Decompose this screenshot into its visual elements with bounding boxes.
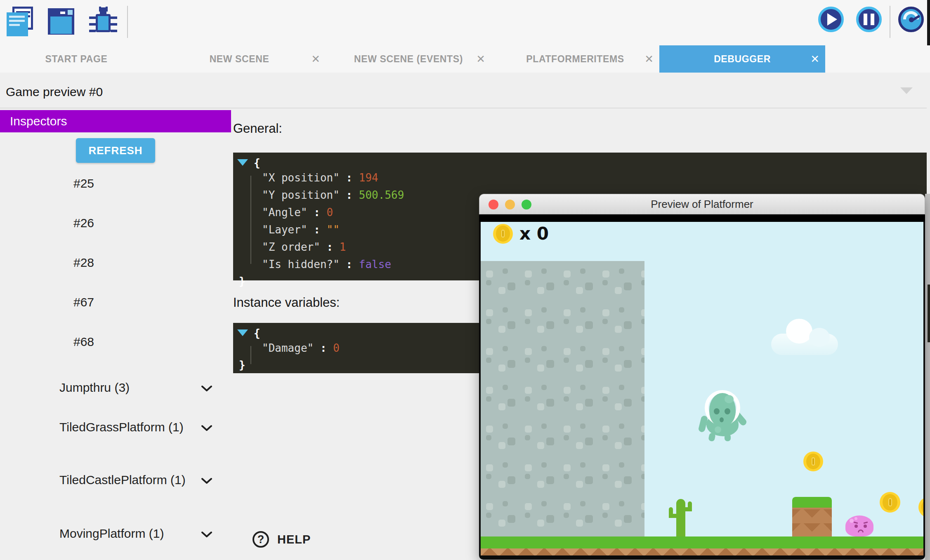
play-icon: [827, 13, 837, 26]
sidebar-item-67[interactable]: #67: [73, 295, 94, 309]
wall-speckle: [641, 503, 644, 510]
tab-start-page[interactable]: START PAGE: [0, 45, 153, 73]
play-button[interactable]: [818, 7, 844, 32]
preview-window-titlebar[interactable]: Preview of Platformer: [479, 194, 925, 214]
game-canvas[interactable]: x 0: [479, 222, 925, 560]
wall-speckle: [619, 346, 624, 351]
coin-sprite: [803, 452, 823, 471]
wall-speckle: [525, 280, 530, 285]
wall-speckle: [507, 438, 515, 445]
wall-speckle: [503, 385, 508, 390]
wall-speckle: [498, 287, 505, 294]
sidebar-item-28[interactable]: #28: [73, 256, 94, 270]
wall-speckle: [486, 503, 493, 510]
wall-speckle: [525, 358, 530, 363]
wall-speckle: [585, 282, 593, 290]
wall-speckle: [602, 358, 608, 363]
wall-speckle: [619, 501, 624, 506]
wall-speckle: [580, 462, 585, 468]
sidebar-group-tiledgrassplatform[interactable]: TiledGrassPlatform (1): [59, 420, 233, 435]
sidebar-group-jumpthru[interactable]: Jumpthru (3): [59, 380, 233, 395]
close-window-icon[interactable]: [489, 200, 498, 209]
sidebar-item-68[interactable]: #68: [73, 335, 94, 349]
speed-button[interactable]: [898, 7, 924, 32]
sidebar-group-tiledcastleplatform[interactable]: TiledCastlePlatform (1): [59, 473, 233, 487]
sidebar-group-movingplatform[interactable]: MovingPlatform (1): [59, 526, 233, 541]
collapse-caret-icon[interactable]: [237, 329, 248, 336]
wall-speckle: [537, 442, 544, 449]
chevron-down-icon[interactable]: [201, 421, 213, 435]
wall-speckle: [541, 268, 547, 274]
coin-sprite: [918, 497, 925, 518]
wall-speckle: [564, 426, 571, 433]
chevron-down-icon[interactable]: [201, 381, 213, 396]
chevron-down-icon[interactable]: [201, 473, 213, 488]
wall-speckle: [564, 474, 569, 479]
minimize-window-icon[interactable]: [505, 200, 515, 209]
wall-speckle: [503, 307, 508, 313]
refresh-button[interactable]: REFRESH: [76, 138, 155, 163]
collapse-caret-icon[interactable]: [237, 159, 248, 166]
coin-sprite: [880, 492, 900, 513]
tab-new-scene[interactable]: NEW SCENE ✕: [153, 45, 326, 73]
game-preview-selector[interactable]: Game preview #0: [6, 85, 103, 99]
open-brace: {: [254, 157, 927, 169]
wall-speckle: [503, 268, 508, 274]
help-button[interactable]: ? HELP: [253, 531, 311, 548]
wall-speckle: [615, 520, 622, 527]
close-tab-icon[interactable]: ✕: [810, 53, 819, 66]
sidebar-item-26[interactable]: #26: [73, 216, 94, 230]
wall-speckle: [486, 319, 491, 324]
wall-speckle: [602, 280, 608, 285]
wall-speckle: [486, 426, 493, 433]
wall-speckle: [546, 515, 554, 523]
wall-speckle: [503, 346, 508, 351]
wall-speckle: [498, 481, 505, 488]
wall-speckle: [624, 438, 632, 445]
wall-speckle: [564, 309, 571, 316]
chevron-down-icon[interactable]: [900, 87, 913, 94]
wall-speckle: [602, 396, 608, 402]
tab-debugger[interactable]: DEBUGGER ✕: [659, 45, 825, 73]
debug-button[interactable]: [89, 7, 117, 37]
pause-button[interactable]: [856, 7, 882, 32]
wall-speckle: [624, 476, 632, 484]
wall-speckle: [641, 309, 644, 316]
wall-speckle: [541, 346, 547, 351]
wall-speckle: [619, 424, 624, 429]
wall-speckle: [619, 268, 624, 274]
zoom-window-icon[interactable]: [522, 200, 531, 209]
close-tab-icon[interactable]: ✕: [311, 53, 320, 66]
project-manager-button[interactable]: [7, 7, 35, 37]
wall-speckle: [503, 462, 508, 468]
wall-speckle: [576, 365, 583, 372]
wall-speckle: [541, 424, 547, 429]
wall-speckle: [602, 435, 608, 440]
wall-speckle: [525, 319, 530, 324]
sidebar-item-25[interactable]: #25: [73, 176, 94, 191]
wall-speckle: [602, 426, 609, 433]
wall-speckle: [585, 515, 593, 523]
wall-speckle: [585, 438, 593, 445]
close-tab-icon[interactable]: ✕: [476, 53, 485, 66]
wall-speckle: [641, 271, 644, 278]
wall-speckle: [546, 438, 554, 445]
close-tab-icon[interactable]: ✕: [644, 53, 654, 66]
wall-speckle: [525, 503, 532, 510]
chevron-down-icon[interactable]: [201, 527, 213, 542]
code-block-edge-sliver: [928, 285, 930, 342]
new-window-button[interactable]: [48, 7, 76, 37]
wall-speckle: [576, 287, 583, 294]
wall-speckle: [641, 474, 644, 479]
wall-speckle: [546, 399, 554, 407]
wall-speckle: [541, 307, 547, 313]
wall-speckle: [537, 481, 544, 488]
wall-speckle: [498, 442, 505, 449]
tab-new-scene-events[interactable]: NEW SCENE (EVENTS) ✕: [326, 45, 491, 73]
tab-platformeritems[interactable]: PLATFORMERITEMS ✕: [491, 45, 659, 73]
wall-speckle: [525, 464, 532, 471]
wall-speckle: [541, 462, 547, 468]
wall-speckle: [486, 474, 491, 479]
wall-speckle: [486, 348, 493, 355]
wall-speckle: [507, 515, 515, 523]
